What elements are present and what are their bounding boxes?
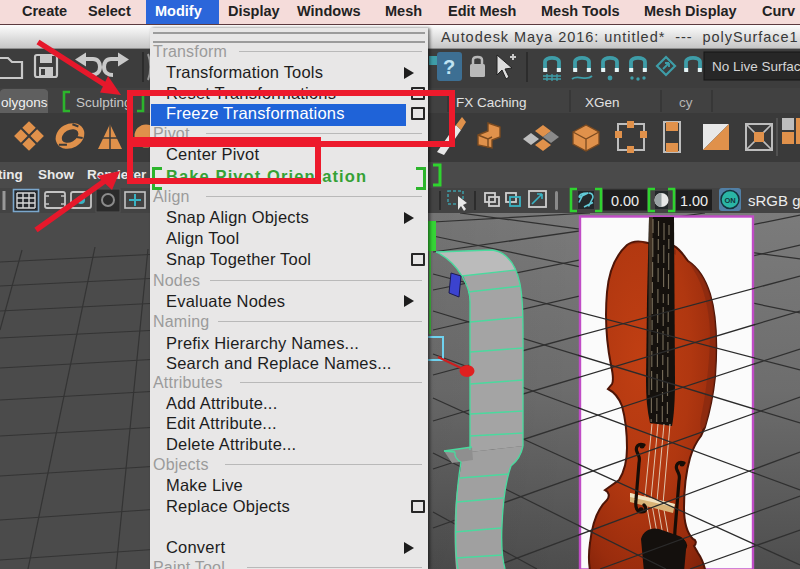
svg-text:?: ? [443, 56, 455, 78]
svg-text:FX Caching: FX Caching [456, 95, 527, 110]
svg-text:0.00: 0.00 [611, 193, 639, 209]
svg-text:Sculpting: Sculpting [76, 95, 132, 110]
svg-text:1.00: 1.00 [680, 193, 708, 209]
svg-text:sRGB gar: sRGB gar [748, 192, 800, 209]
svg-text:No Live Surface: No Live Surface [712, 59, 800, 74]
svg-text:XGen: XGen [585, 95, 620, 110]
svg-text:olygons: olygons [1, 95, 48, 110]
svg-text:cy: cy [679, 95, 693, 110]
svg-text:ON: ON [724, 196, 735, 205]
